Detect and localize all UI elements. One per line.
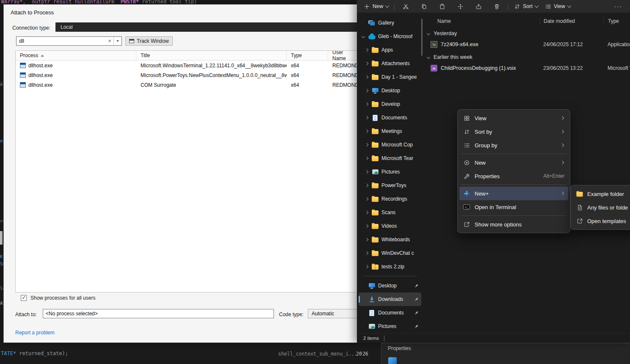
context-menu-item-properties[interactable]: Properties Alt+Enter — [459, 169, 568, 183]
sidebar-item-onedrive[interactable]: Gleb - Microsof — [359, 30, 421, 43]
chevron-right-icon — [365, 184, 369, 187]
show-all-users-row: Show processes for all users — [21, 295, 95, 301]
context-menu-item-view[interactable]: View — [459, 111, 568, 125]
column-label: Title — [141, 52, 150, 58]
sort-icon — [463, 128, 470, 135]
sidebar-item-meetings[interactable]: Meetings — [359, 124, 421, 138]
sidebar-item-develop[interactable]: Develop — [359, 97, 421, 111]
view-grid-icon — [463, 115, 470, 121]
sidebar-item-microsoft-cop[interactable]: Microsoft Cop — [359, 138, 421, 152]
code-type-select[interactable]: Automatic — [308, 309, 357, 318]
sidebar-item-desktop[interactable]: Desktop — [359, 84, 421, 97]
file-row[interactable]: ChildProcessDebugging (1).vsix 23/06/202… — [424, 63, 630, 74]
column-header-date-modified[interactable]: Date modified — [540, 17, 603, 25]
process-filter-input[interactable] — [17, 38, 106, 44]
filter-dropdown-button[interactable] — [114, 40, 122, 42]
context-menu-item-new[interactable]: New — [459, 156, 568, 169]
submenu-item-open-templates[interactable]: Open templates — [572, 214, 630, 228]
column-header-type[interactable]: Type — [287, 51, 328, 60]
chevron-right-icon — [365, 89, 369, 92]
group-header-yesterday[interactable]: Yesterday — [427, 29, 457, 38]
context-menu-item-group-by[interactable]: Group by — [459, 138, 568, 152]
sidebar-item-recordings[interactable]: Recordings — [359, 192, 421, 206]
sidebar-item-label: tests 2.zip — [381, 264, 404, 270]
sidebar-item-label: Documents — [378, 310, 404, 316]
sidebar-item-label: Day 1 - Sangee — [381, 74, 417, 80]
cut-button[interactable] — [397, 1, 415, 11]
column-header-process[interactable]: Process — [16, 51, 136, 60]
sidebar-item-powertoys[interactable]: PowerToys — [359, 179, 421, 192]
process-window-icon — [20, 82, 26, 88]
sidebar-item-tests-zip[interactable]: tests 2.zip — [359, 260, 421, 273]
menu-item-label: Any files or folde — [587, 204, 630, 211]
chevron-down-icon — [116, 40, 119, 42]
editor-status: shell_context_sub_menu_i...26 — [278, 351, 368, 357]
sidebar-item-downloads-pinned[interactable]: Downloads — [359, 292, 421, 306]
sidebar-item-documents-pinned[interactable]: Documents — [359, 306, 421, 320]
nav-scrollbar[interactable] — [421, 19, 423, 56]
sidebar-item-documents[interactable]: Documents — [359, 111, 421, 124]
connection-type-select[interactable]: Local — [55, 22, 357, 32]
process-title: Microsoft.PowerToys.NewPlusContextMenu_1… — [141, 72, 287, 78]
process-row[interactable]: dllhost.exe COM Surrogate x64 REDMOND — [16, 80, 357, 90]
folder-icon — [372, 61, 379, 66]
sidebar-item-apps[interactable]: Apps — [359, 43, 421, 57]
chevron-right-icon — [365, 103, 369, 105]
submenu-item-any-files[interactable]: Any files or folde — [572, 201, 630, 214]
item-count: 2 items — [363, 336, 379, 341]
clear-filter-icon[interactable]: × — [106, 37, 113, 45]
pin-icon — [414, 310, 419, 316]
sidebar-item-label: Develop — [381, 101, 400, 107]
chevron-right-icon — [365, 130, 369, 132]
submenu-item-example-folder[interactable]: Example folder — [572, 187, 630, 201]
report-a-problem-link[interactable]: Report a problem — [15, 330, 55, 336]
menu-separator — [461, 215, 566, 216]
column-header-title[interactable]: Title — [136, 51, 287, 60]
folder-icon — [372, 143, 379, 148]
menu-separator — [461, 154, 566, 154]
process-row[interactable]: dllhost.exe Microsoft.WindowsTerminal_1.… — [16, 61, 357, 70]
sidebar-item-videos[interactable]: Videos — [359, 219, 421, 233]
explorer-nav-pane: Gallery Gleb - Microsof Apps Attachments… — [359, 16, 421, 334]
sidebar-item-attachments[interactable]: Attachments — [359, 57, 421, 70]
folder-icon — [372, 183, 379, 188]
sidebar-item-pictures-pinned[interactable]: Pictures — [359, 320, 421, 333]
context-menu-item-show-more-options[interactable]: Show more options — [459, 218, 568, 231]
sidebar-item-scans[interactable]: Scans — [359, 206, 421, 219]
sidebar-item-day1[interactable]: Day 1 - Sangee — [359, 70, 421, 84]
sidebar-item-gallery[interactable]: Gallery — [359, 16, 421, 30]
sidebar-item-desktop-pinned[interactable]: Desktop — [359, 279, 421, 292]
new-button[interactable]: New — [360, 1, 392, 11]
process-row[interactable]: dllhost.exe Microsoft.PowerToys.NewPlusC… — [16, 70, 357, 80]
file-row[interactable]: 7z2409-x64.exe 24/06/2025 17:12 Applicat… — [424, 39, 630, 50]
sidebar-item-windevchat[interactable]: WinDevChat c — [359, 246, 421, 260]
folder-icon — [372, 102, 379, 107]
process-title: COM Surrogate — [141, 82, 176, 88]
sidebar-item-label: Desktop — [381, 88, 400, 94]
group-label: Yesterday — [434, 30, 457, 36]
sidebar-item-microsoft-tear[interactable]: Microsoft Tear — [359, 152, 421, 165]
sidebar-item-whiteboards[interactable]: Whiteboards — [359, 233, 421, 246]
sidebar-item-pictures[interactable]: Pictures — [359, 165, 421, 179]
pictures-icon — [372, 169, 379, 174]
sidebar-item-label: Whiteboards — [381, 237, 410, 243]
file-name: ChildProcessDebugging (1).vsix — [441, 65, 516, 71]
menu-item-label: Open in Terminal — [475, 204, 564, 210]
column-header-user[interactable]: User Name — [328, 51, 357, 60]
dialog-title: Attach to Process — [11, 9, 54, 16]
context-menu-item-open-in-terminal[interactable]: Open in Terminal — [459, 200, 568, 214]
column-header-type[interactable]: Type — [603, 17, 630, 25]
context-menu-item-new-plus[interactable]: New+ — [459, 187, 568, 200]
group-header-earlier-this-week[interactable]: Earlier this week — [427, 52, 472, 62]
chevron-right-icon — [365, 143, 369, 146]
show-all-users-checkbox[interactable] — [21, 295, 27, 301]
menu-item-label: Sort by — [475, 129, 556, 135]
chevron-right-icon — [365, 265, 369, 268]
chevron-right-icon — [365, 211, 369, 214]
context-menu-item-sort-by[interactable]: Sort by — [459, 125, 568, 138]
attach-to-input[interactable] — [43, 309, 274, 318]
terminal-icon — [463, 204, 470, 210]
properties-panel: Properties — [381, 343, 630, 364]
column-header-name[interactable]: Name — [424, 18, 540, 24]
track-window-button[interactable]: Track Window — [125, 36, 173, 46]
